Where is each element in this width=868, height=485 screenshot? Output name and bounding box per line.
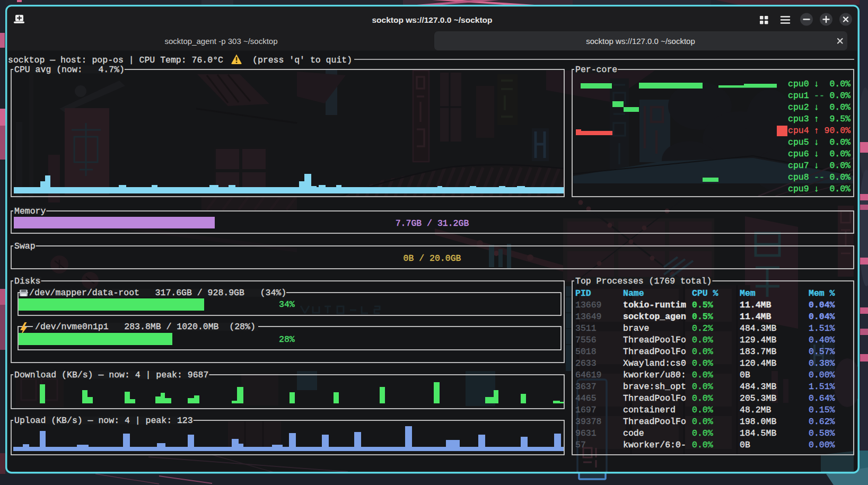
- svg-text:0.0%: 0.0%: [829, 91, 851, 101]
- svg-text:0.0%: 0.0%: [829, 149, 851, 159]
- svg-text:Per-core: Per-core: [575, 65, 617, 75]
- svg-text:57: 57: [575, 440, 586, 450]
- svg-text:socktop ws://127.0.0 ~/socktop: socktop ws://127.0.0 ~/socktop: [586, 37, 695, 46]
- svg-text:1.51%: 1.51%: [809, 382, 835, 392]
- svg-text:3511: 3511: [575, 323, 597, 333]
- svg-text:2633: 2633: [575, 358, 597, 368]
- svg-text:Mem %: Mem %: [809, 288, 835, 298]
- svg-text:0.0%: 0.0%: [692, 370, 713, 380]
- svg-text:↑: ↑: [814, 114, 819, 124]
- svg-text:cpu9: cpu9: [788, 184, 809, 194]
- svg-text:/dev/mapper/data-root: /dev/mapper/data-root: [29, 288, 139, 298]
- svg-text:484.3MB: 484.3MB: [740, 382, 776, 392]
- svg-text:205.3MB: 205.3MB: [740, 393, 776, 403]
- svg-text:0.0%: 0.0%: [692, 405, 713, 415]
- svg-text:0.5%: 0.5%: [692, 312, 713, 322]
- svg-text:ThreadPoolFo: ThreadPoolFo: [623, 393, 686, 403]
- svg-text:9.5%: 9.5%: [829, 114, 851, 124]
- svg-text:0.62%: 0.62%: [809, 417, 835, 427]
- svg-text:socktop_agen: socktop_agen: [623, 312, 686, 322]
- svg-text:PID: PID: [575, 288, 591, 298]
- svg-text:↓: ↓: [814, 137, 819, 147]
- svg-text:0.0%: 0.0%: [829, 161, 851, 171]
- svg-text:0.04%: 0.04%: [809, 312, 835, 322]
- svg-text:Memory: Memory: [14, 206, 46, 216]
- svg-text:0.58%: 0.58%: [809, 428, 835, 438]
- svg-text:283.8MB / 1020.0MB: 283.8MB / 1020.0MB: [124, 322, 218, 332]
- svg-text:0.0%: 0.0%: [692, 358, 713, 368]
- svg-text:cpu1: cpu1: [788, 91, 809, 101]
- svg-text:0B: 0B: [740, 370, 750, 380]
- svg-text:kworker/u80:: kworker/u80:: [623, 370, 686, 380]
- svg-text:184.5MB: 184.5MB: [740, 428, 776, 438]
- svg-text:0.57%: 0.57%: [809, 347, 835, 357]
- svg-text:cpu3: cpu3: [788, 114, 809, 124]
- svg-text:4.7%): 4.7%): [98, 65, 125, 75]
- svg-text:0.0%: 0.0%: [692, 347, 713, 357]
- svg-text:1.51%: 1.51%: [809, 323, 835, 333]
- svg-text:0.0%: 0.0%: [692, 440, 713, 450]
- svg-text:CPU avg (now:: CPU avg (now:: [14, 65, 83, 75]
- svg-text:13649: 13649: [575, 312, 602, 322]
- svg-text:socktop_agent -p 303 ~/socktop: socktop_agent -p 303 ~/socktop: [164, 37, 277, 46]
- svg-text:0.00%: 0.00%: [809, 440, 835, 450]
- svg-text:--: --: [814, 91, 825, 101]
- svg-text:socktop — host: pop-os | CPU T: socktop — host: pop-os | CPU Temp: 76.0°…: [8, 55, 223, 65]
- svg-text:Xwayland:cs0: Xwayland:cs0: [623, 358, 686, 368]
- svg-text:90.0%: 90.0%: [824, 126, 851, 136]
- svg-text:7556: 7556: [575, 335, 597, 345]
- svg-text:0.0%: 0.0%: [692, 417, 713, 427]
- svg-text:--: --: [814, 172, 825, 182]
- svg-text:↓: ↓: [814, 184, 819, 194]
- svg-text:↑: ↑: [814, 126, 819, 136]
- svg-text:cpu7: cpu7: [788, 161, 809, 171]
- svg-text:↓: ↓: [814, 79, 819, 89]
- svg-text:0.15%: 0.15%: [809, 405, 835, 415]
- svg-text:tokio-runtim: tokio-runtim: [623, 300, 686, 310]
- svg-text:Upload (KB/s) — now: 4 | peak:: Upload (KB/s) — now: 4 | peak: 123: [14, 416, 193, 426]
- svg-text:cpu0: cpu0: [788, 79, 809, 89]
- svg-text:Top Processes (1769 total): Top Processes (1769 total): [575, 276, 712, 286]
- svg-text:0B / 20.0GB: 0B / 20.0GB: [404, 253, 461, 263]
- svg-text:Name: Name: [623, 288, 644, 298]
- svg-text:0B: 0B: [740, 440, 750, 450]
- svg-text:129.4MB: 129.4MB: [740, 335, 776, 345]
- svg-text:4465: 4465: [575, 393, 597, 403]
- svg-text:317.6GB / 928.9GB: 317.6GB / 928.9GB: [155, 288, 244, 298]
- svg-text:(28%): (28%): [229, 322, 256, 332]
- svg-text:brave:sh_opt: brave:sh_opt: [623, 382, 686, 392]
- svg-text:484.3MB: 484.3MB: [740, 323, 776, 333]
- svg-text:↓: ↓: [814, 102, 819, 112]
- svg-text:11.4MB: 11.4MB: [740, 312, 771, 322]
- svg-text:cpu5: cpu5: [788, 137, 809, 147]
- svg-text:0.0%: 0.0%: [829, 172, 851, 182]
- svg-text:Download (KB/s) — now: 4 | pea: Download (KB/s) — now: 4 | peak: 9687: [14, 370, 208, 380]
- svg-text:(34%): (34%): [260, 288, 287, 298]
- svg-text:code: code: [623, 428, 644, 438]
- svg-text:0.0%: 0.0%: [829, 137, 851, 147]
- svg-text:0.0%: 0.0%: [829, 184, 851, 194]
- svg-text:0.0%: 0.0%: [829, 102, 851, 112]
- svg-text:64619: 64619: [575, 370, 602, 380]
- svg-text:0.5%: 0.5%: [692, 300, 713, 310]
- svg-text:cpu4: cpu4: [788, 126, 809, 136]
- svg-text:kworker/6:0-: kworker/6:0-: [623, 440, 686, 450]
- svg-text:brave: brave: [623, 323, 650, 333]
- svg-text:ThreadPoolFo: ThreadPoolFo: [623, 347, 686, 357]
- svg-text:48.2MB: 48.2MB: [740, 405, 771, 415]
- svg-text:0.00%: 0.00%: [809, 370, 835, 380]
- svg-text:13669: 13669: [575, 300, 602, 310]
- svg-text:5018: 5018: [575, 347, 597, 357]
- svg-text:1697: 1697: [575, 405, 597, 415]
- svg-text:/dev/nvme0n1p1: /dev/nvme0n1p1: [35, 322, 109, 332]
- svg-text:↓: ↓: [814, 161, 819, 171]
- svg-text:0.0%: 0.0%: [692, 393, 713, 403]
- svg-text:Swap: Swap: [14, 241, 36, 251]
- svg-text:11.4MB: 11.4MB: [740, 300, 771, 310]
- svg-text:Mem: Mem: [740, 288, 756, 298]
- svg-text:cpu2: cpu2: [788, 102, 809, 112]
- svg-text:cpu6: cpu6: [788, 149, 809, 159]
- svg-text:0.0%: 0.0%: [692, 428, 713, 438]
- svg-text:cpu8: cpu8: [788, 172, 809, 182]
- svg-text:0.64%: 0.64%: [809, 393, 835, 403]
